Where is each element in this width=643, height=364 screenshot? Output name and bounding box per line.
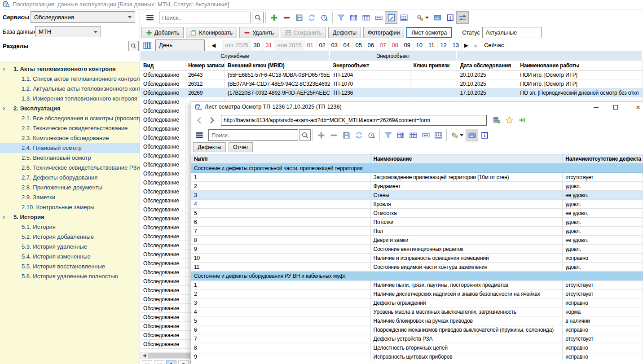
table-row[interactable]: 1Наличие пыли, грязи, паутины, посторонн… [191,281,643,289]
table-row[interactable]: 3Стеныне удовл. [191,191,643,200]
table-row[interactable]: 8Целостность вторичных цепейисправно [191,343,643,352]
day-cell[interactable]: 12 [438,40,449,50]
table-row[interactable]: 9Состояние вентиляционных решетокудовл. [191,245,643,254]
table-row[interactable]: 5Наличие блокировок на ручках приводовв … [191,316,643,325]
db-link-button[interactable] [490,114,503,126]
forward-button[interactable] [206,114,218,126]
table-row[interactable]: 10Наличие и исправность освещения помеще… [191,254,643,263]
day-cell[interactable]: 03 [329,40,340,50]
column-header[interactable]: Наименование работы [517,61,643,70]
table-row[interactable]: Обследование26269{17B220B7-0032-4892-9F0… [141,88,643,97]
table-row[interactable]: 6Повреждение механизмов приводов выключа… [191,325,643,334]
services-select[interactable]: Обследования [31,11,135,23]
settings-menu-button[interactable] [414,11,431,24]
day-cell[interactable]: 01 [305,40,316,50]
next-period-button[interactable]: ▶ [462,42,471,48]
day-cell[interactable]: 31 [264,40,274,50]
refresh-button[interactable] [352,129,365,141]
day-cell[interactable]: 02 [317,40,328,50]
collapse-button[interactable]: ▲ [471,42,480,48]
add-record-button[interactable]: Добавить [141,27,184,38]
day-cell[interactable]: 30 [251,40,262,50]
back-button[interactable] [193,114,206,126]
sidebar-item[interactable]: 2.9. Заметки [0,193,140,202]
sidebar-item[interactable]: 2.7. Дефекты оборудования [0,173,140,183]
calendar-button[interactable] [141,39,154,51]
column-header[interactable]: Наличие/отсутствие дефекта [563,154,643,163]
sidebar-item[interactable]: 2.5. Внеплановый осмотр [0,153,140,163]
sidebar-item[interactable]: 5.3. История удаленные [0,242,140,252]
menu-button[interactable] [144,11,156,24]
fit-width-button[interactable] [419,129,432,141]
panel-divider[interactable] [140,9,140,364]
day-cell[interactable]: 05 [353,40,364,50]
table-row[interactable]: 7Дефекты устройств РЗАотсутствует [191,334,643,343]
table-row[interactable]: 4Уровень масла в масляных выключателях, … [191,307,643,316]
database-select[interactable]: МТН [35,26,101,37]
day-cell[interactable]: 08 [390,40,401,50]
day-cell[interactable]: 06 [366,40,376,50]
sidebar-item[interactable]: 2.6. Техническое освидетельствование РЗи… [0,163,140,173]
sidebar-item[interactable]: 2.3. Комплексное обследование [0,133,140,143]
sidebar-item[interactable]: 1.3. Измерения тепловизионного контроля [0,94,140,104]
page-button[interactable]: 2 [178,360,189,364]
sidebar-item[interactable]: 2.1. Все обследования и осмотры (просмот… [0,114,140,123]
prev-period-button[interactable]: ◀ [209,42,218,48]
table-row[interactable]: 2Фундаментудовл. [191,182,643,191]
sidebar-item[interactable]: 2.2. Техническое освидетельствование [0,123,140,133]
close-button[interactable]: ✕ [630,101,643,113]
table-row[interactable]: 1Загромождение прилегающей территории (1… [191,173,643,182]
day-cell[interactable]: 04 [341,40,352,50]
delete-button[interactable] [327,129,340,141]
sidebar-item[interactable]: 5.6. История удаленные полностью [0,272,140,281]
day-cell[interactable]: 10 [414,40,425,50]
table-row[interactable]: 6Потолкиудовл. [191,218,643,227]
sidebar-item[interactable]: 5.4. История измененные [0,252,140,262]
column-header[interactable]: Дата обследования [457,61,517,70]
table-row[interactable]: 3Дефекты огражденийисправно [191,298,643,307]
filter-button[interactable] [382,129,394,141]
column-header[interactable]: Вид [141,61,185,70]
defects-button[interactable]: Дефекты [193,142,226,152]
save-button[interactable] [293,11,305,24]
menu-button[interactable] [193,129,206,141]
sidebar-item[interactable]: 2.10. Контрольные замеры [0,202,140,212]
inspection-sheet-button[interactable]: Лист осмотра [406,27,452,38]
column-header[interactable]: Внешний ключ (MRID) [225,61,330,70]
defects-button[interactable]: Дефекты [328,27,361,38]
save-button[interactable] [340,129,352,141]
report-button[interactable]: Отчет [229,142,253,152]
refresh-button[interactable] [305,11,318,24]
minimize-button[interactable] [588,101,603,113]
column-header[interactable]: Номер записи [185,61,225,70]
day-cell[interactable]: 07 [378,40,388,50]
sidebar-item[interactable]: 2.4. Плановый осмотр [0,143,140,153]
table-row[interactable]: 11Состояние видимой части контура заземл… [191,263,643,272]
table-row[interactable]: 9Исправность щитовых приборовисправно [191,352,643,361]
search-input[interactable] [159,12,251,23]
edit-mode-button[interactable] [385,11,397,24]
sidebar-item[interactable]: 2.8. Приложенные документы [0,183,140,193]
first-page-button[interactable] [142,360,152,364]
table-row[interactable]: 7Полудовл. [191,227,643,236]
column-header[interactable]: Энергообъект [330,61,411,70]
grid-cells-button[interactable] [397,11,410,24]
table-row[interactable]: Обследование26312{BE07AF34-C1D7-48E9-94C… [141,79,643,88]
day-cell[interactable]: 11 [426,40,437,50]
auto-refresh-button[interactable] [365,129,378,141]
auto-refresh-button[interactable] [318,11,330,24]
photos-button[interactable]: Фотографии [363,27,404,38]
clone-record-button[interactable]: Клонировать [186,27,237,38]
sidebar-item[interactable]: 5.5. История восстановленные [0,262,140,272]
fit-width-button[interactable] [372,11,385,24]
sidebar-item[interactable]: 1.1. Список актов тепловизионного контро… [0,74,140,84]
delete-record-button[interactable]: Удалить [239,27,278,38]
table-row[interactable]: 2Наличие диспетчерских надписей и знаков… [191,289,643,298]
table-row[interactable]: 8Двери и замкине удовл. [191,236,643,245]
info-button[interactable] [478,129,491,141]
save-record-button[interactable]: Сохранить [281,27,326,38]
url-input[interactable] [221,115,487,126]
page-button[interactable]: 1 [166,360,176,364]
search-button[interactable] [252,12,264,23]
favorite-button[interactable] [503,114,515,126]
